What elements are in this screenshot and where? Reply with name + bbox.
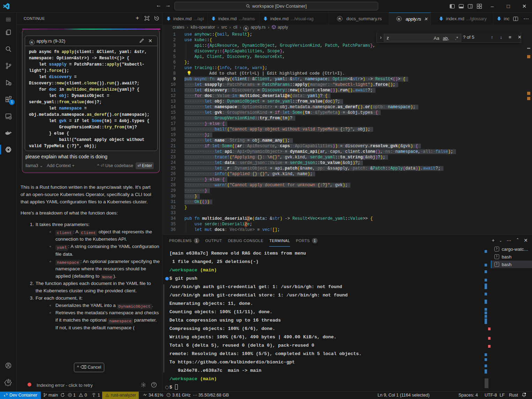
svg-text:?: ? <box>153 383 155 387</box>
